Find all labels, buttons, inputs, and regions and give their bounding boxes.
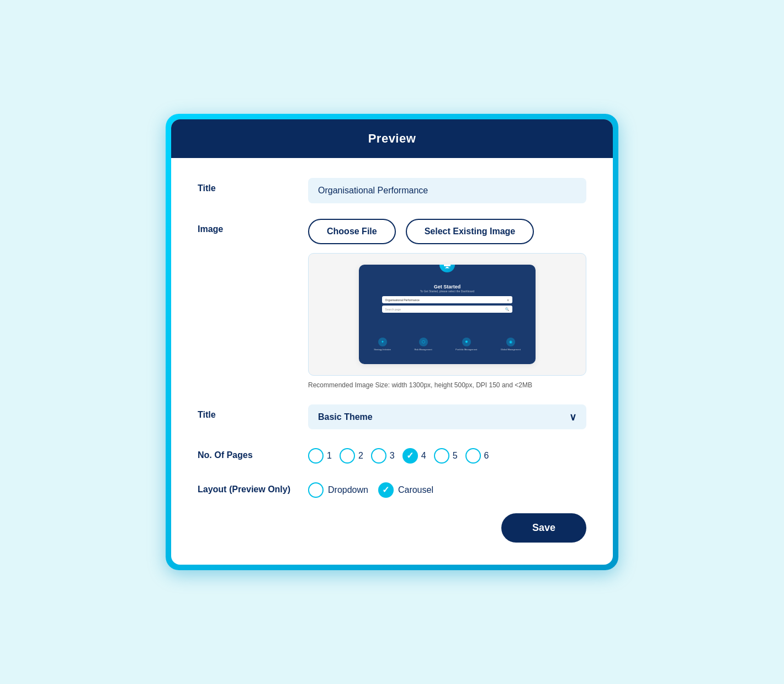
- outer-wrapper: Preview Title Image Choose File Select E…: [166, 114, 618, 570]
- layout-radio-dropdown[interactable]: Dropdown: [308, 482, 368, 498]
- radio-circle-dropdown: [308, 482, 324, 498]
- pages-label: No. Of Pages: [198, 445, 308, 460]
- page-radio-2[interactable]: 2: [340, 448, 363, 464]
- radio-circle-3: [371, 448, 386, 464]
- nav-label-strategy: Strategy Initiative: [374, 348, 391, 351]
- preview-dropdown-arrow: ∨: [507, 298, 509, 302]
- page-label-4: 4: [421, 451, 426, 461]
- radio-circle-6: [465, 448, 481, 464]
- preview-image: Get Started To Get Started, please selec…: [359, 265, 536, 364]
- pages-radio-group: 1 2 3 ✓: [308, 445, 586, 464]
- radio-circle-carousel: ✓: [378, 482, 394, 498]
- nav-icon-global: ◉: [506, 338, 515, 346]
- nav-icon-risk: ⬡: [419, 338, 428, 346]
- page-label-1: 1: [327, 451, 332, 461]
- preview-dropdown-text: Organisational Performance: [385, 298, 420, 302]
- nav-label-risk: Risk Management: [414, 348, 432, 351]
- modal-title: Preview: [368, 131, 416, 145]
- layout-label-carousel: Carousel: [398, 485, 433, 495]
- image-hint: Recommended Image Size: width 1300px, he…: [308, 381, 586, 389]
- nav-label-portfolio: Portfolio Management: [455, 348, 477, 351]
- image-label: Image: [198, 219, 308, 234]
- theme-control: Basic Theme ∨: [308, 404, 586, 429]
- page-label-2: 2: [358, 451, 363, 461]
- title-label: Title: [198, 178, 308, 193]
- layout-radio-carousel[interactable]: ✓ Carousel: [378, 482, 433, 498]
- image-buttons: Choose File Select Existing Image: [308, 219, 586, 244]
- search-icon: 🔍: [505, 307, 509, 311]
- nav-item-risk: ⬡ Risk Management: [414, 338, 432, 351]
- layout-control: Dropdown ✓ Carousel: [308, 479, 586, 498]
- svg-rect-0: [444, 265, 451, 266]
- title-control: [308, 178, 586, 203]
- nav-icon-portfolio: ✸: [462, 338, 471, 346]
- layout-label-dropdown: Dropdown: [328, 485, 368, 495]
- image-preview-box: Get Started To Get Started, please selec…: [308, 253, 586, 376]
- checkmark-icon-carousel: ✓: [382, 486, 389, 494]
- theme-label: Title: [198, 404, 308, 420]
- title-row: Title: [198, 178, 586, 203]
- pages-row: No. Of Pages 1 2 3: [198, 445, 586, 464]
- layout-label: Layout (Preview Only): [198, 479, 308, 494]
- image-control: Choose File Select Existing Image Get St…: [308, 219, 586, 389]
- image-row: Image Choose File Select Existing Image: [198, 219, 586, 389]
- layout-radio-group: Dropdown ✓ Carousel: [308, 479, 586, 498]
- pages-control: 1 2 3 ✓: [308, 445, 586, 464]
- modal: Preview Title Image Choose File Select E…: [171, 119, 613, 565]
- preview-top-bar: Get Started To Get Started, please selec…: [359, 265, 536, 324]
- preview-bottom-bar: ✦ Strategy Initiative ⬡ Risk Management …: [359, 324, 536, 364]
- checkmark-icon-4: ✓: [406, 451, 414, 460]
- title-input[interactable]: [308, 178, 586, 203]
- modal-body: Title Image Choose File Select Existing …: [171, 158, 613, 565]
- save-button[interactable]: Save: [501, 513, 586, 543]
- page-radio-1[interactable]: 1: [308, 448, 332, 464]
- theme-select[interactable]: Basic Theme: [308, 404, 586, 429]
- modal-header: Preview: [171, 119, 613, 158]
- monitor-icon: [443, 265, 452, 269]
- nav-item-portfolio: ✸ Portfolio Management: [455, 338, 477, 351]
- nav-item-global: ◉ Global Management: [501, 338, 521, 351]
- page-radio-6[interactable]: 6: [465, 448, 489, 464]
- theme-row: Title Basic Theme ∨: [198, 404, 586, 429]
- nav-item-strategy: ✦ Strategy Initiative: [374, 338, 391, 351]
- radio-circle-2: [340, 448, 355, 464]
- footer-row: Save: [198, 513, 586, 543]
- page-label-6: 6: [484, 451, 489, 461]
- nav-label-global: Global Management: [501, 348, 521, 351]
- page-radio-4[interactable]: ✓ 4: [402, 448, 426, 464]
- preview-search-text: Search page: [385, 308, 401, 311]
- preview-icon-circle: [439, 265, 455, 272]
- page-label-5: 5: [453, 451, 458, 461]
- nav-icon-strategy: ✦: [378, 338, 387, 346]
- svg-rect-2: [445, 268, 449, 269]
- preview-dropdown-bar: Organisational Performance ∨: [382, 296, 513, 303]
- radio-circle-4: ✓: [402, 448, 418, 464]
- select-existing-button[interactable]: Select Existing Image: [406, 219, 534, 244]
- page-radio-5[interactable]: 5: [434, 448, 458, 464]
- layout-row: Layout (Preview Only) Dropdown ✓ Carouse…: [198, 479, 586, 498]
- page-radio-3[interactable]: 3: [371, 448, 395, 464]
- page-label-3: 3: [390, 451, 395, 461]
- preview-search-bar: Search page 🔍: [382, 306, 513, 313]
- preview-subtitle-text: To Get Started, please select the Dashbo…: [420, 290, 474, 293]
- radio-circle-1: [308, 448, 324, 464]
- preview-get-started-text: Get Started: [434, 284, 461, 290]
- choose-file-button[interactable]: Choose File: [308, 219, 396, 244]
- preview-inner: Get Started To Get Started, please selec…: [359, 265, 536, 364]
- radio-circle-5: [434, 448, 449, 464]
